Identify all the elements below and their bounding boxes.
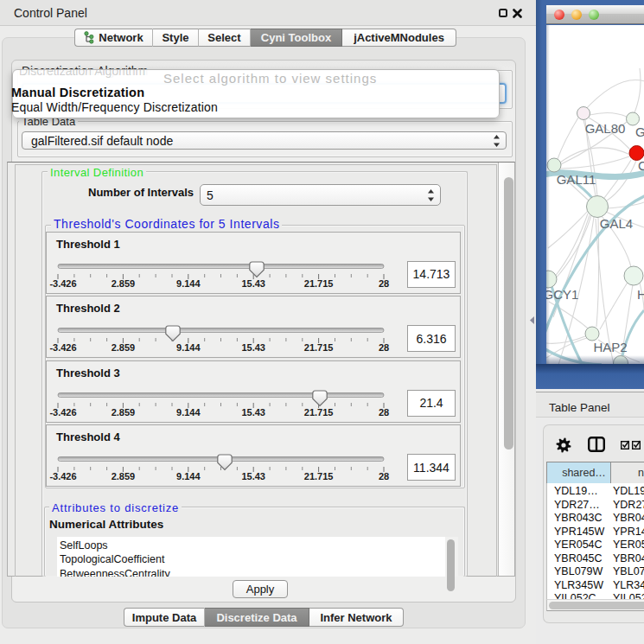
svg-text:21.715: 21.715: [304, 471, 334, 481]
svg-text:C: C: [638, 158, 644, 173]
svg-text:GCY1: GCY1: [546, 287, 578, 302]
svg-text:GAL11: GAL11: [557, 172, 596, 187]
svg-text:21.715: 21.715: [304, 277, 334, 288]
svg-text:2.859: 2.859: [112, 406, 136, 417]
svg-text:15.43: 15.43: [241, 406, 265, 417]
svg-text:HAP2: HAP2: [593, 340, 627, 354]
svg-text:28: 28: [379, 277, 389, 288]
svg-text:9.144: 9.144: [176, 471, 201, 481]
svg-text:15.43: 15.43: [241, 277, 265, 288]
svg-text:15.43: 15.43: [241, 342, 265, 353]
svg-text:28: 28: [379, 406, 389, 417]
svg-text:28: 28: [379, 342, 389, 353]
svg-text:-3.426: -3.426: [49, 406, 76, 417]
svg-text:-3.426: -3.426: [49, 277, 76, 288]
svg-text:21.715: 21.715: [304, 342, 334, 353]
svg-text:GAL4: GAL4: [600, 216, 633, 231]
svg-text:2.859: 2.859: [112, 471, 136, 481]
svg-text:9.144: 9.144: [176, 342, 201, 353]
svg-text:H: H: [637, 287, 644, 302]
svg-text:-3.426: -3.426: [49, 342, 76, 353]
svg-text:9.144: 9.144: [176, 406, 201, 417]
svg-text:-3.426: -3.426: [49, 471, 76, 481]
svg-text:2.859: 2.859: [112, 342, 136, 353]
svg-text:15.43: 15.43: [241, 471, 265, 481]
svg-text:GAL80: GAL80: [585, 121, 626, 136]
svg-text:G.: G.: [635, 124, 644, 139]
svg-text:2.859: 2.859: [112, 277, 136, 288]
svg-text:21.715: 21.715: [304, 406, 334, 417]
svg-text:9.144: 9.144: [176, 277, 201, 288]
svg-text:28: 28: [379, 471, 389, 481]
